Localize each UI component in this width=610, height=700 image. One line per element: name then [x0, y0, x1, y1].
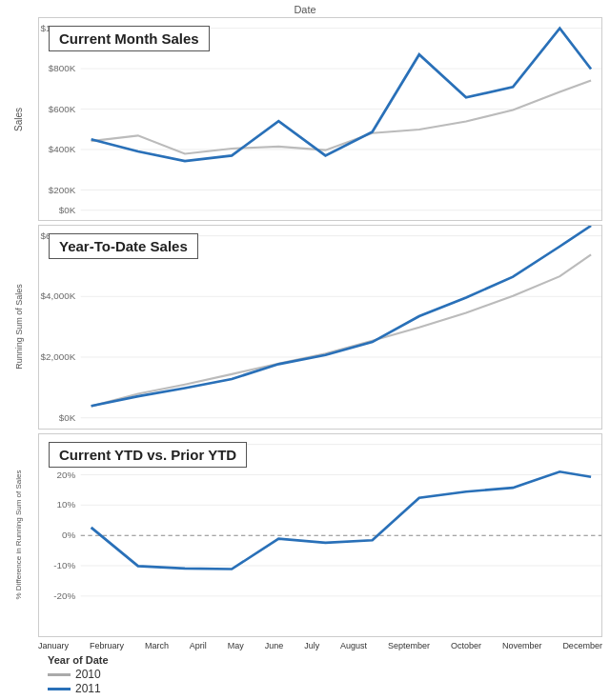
chart-title-3: Current YTD vs. Prior YTD: [49, 442, 247, 468]
legend-item-2011: 2011: [48, 682, 602, 695]
legend-area: Year of Date 2010 2011: [0, 650, 610, 700]
x-label-feb: February: [90, 641, 124, 650]
svg-text:$2,000K: $2,000K: [41, 352, 76, 363]
legend-item-2010: 2010: [48, 668, 602, 681]
x-label-jan: January: [38, 641, 69, 650]
svg-text:$600K: $600K: [49, 104, 76, 114]
svg-text:$4,000K: $4,000K: [41, 291, 76, 302]
x-label-nov: November: [502, 641, 542, 650]
chart-title-2: Year-To-Date Sales: [49, 233, 198, 259]
x-label-may: May: [228, 641, 244, 650]
x-label-dec: December: [562, 641, 602, 650]
y-axis-label-3: % Difference in Running Sum of Sales: [15, 470, 24, 600]
x-label-sep: September: [388, 641, 430, 650]
svg-text:20%: 20%: [57, 469, 76, 479]
date-axis-label: Date: [0, 0, 610, 15]
x-label-oct: October: [451, 641, 481, 650]
svg-text:$400K: $400K: [49, 144, 76, 154]
legend-color-2010: [48, 673, 71, 676]
x-label-apr: April: [190, 641, 207, 650]
y-axis-label-2: Running Sum of Sales: [14, 285, 24, 370]
x-label-jun: June: [265, 641, 284, 650]
svg-text:$200K: $200K: [49, 185, 76, 195]
x-label-mar: March: [145, 641, 169, 650]
x-label-jul: July: [304, 641, 319, 650]
svg-text:$0K: $0K: [59, 412, 76, 423]
svg-text:10%: 10%: [57, 499, 76, 510]
chart-title-1: Current Month Sales: [49, 26, 210, 51]
svg-text:$0K: $0K: [59, 205, 76, 215]
svg-text:-20%: -20%: [53, 590, 75, 601]
legend-label-2011: 2011: [75, 682, 101, 695]
charts-area: Sales Current Month Sales $1,000K $800K …: [0, 15, 610, 639]
y-axis-label-1: Sales: [13, 108, 24, 131]
legend-title: Year of Date: [48, 654, 602, 666]
x-label-aug: August: [340, 641, 367, 650]
legend-label-2010: 2010: [75, 668, 101, 681]
svg-text:$800K: $800K: [49, 63, 76, 73]
main-container: Date Sales Current Month Sales $1,000K $…: [0, 0, 610, 700]
svg-text:-10%: -10%: [53, 560, 75, 570]
legend-color-2011: [48, 688, 71, 690]
x-axis-labels: January February March April May June Ju…: [0, 639, 610, 650]
svg-text:0%: 0%: [62, 530, 76, 540]
